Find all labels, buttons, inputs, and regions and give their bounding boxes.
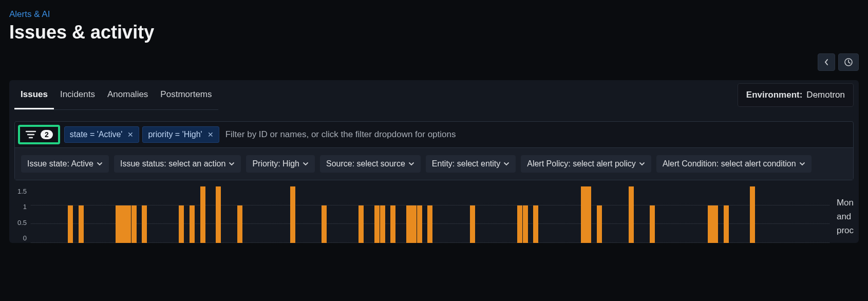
chart-bar xyxy=(200,186,205,243)
chart-bar xyxy=(586,186,591,243)
y-tick-label: 0.5 xyxy=(14,219,27,227)
environment-selector[interactable]: Environment: Demotron xyxy=(738,83,854,107)
chevron-down-icon xyxy=(303,162,309,166)
chart-bar xyxy=(411,205,417,243)
chart-bar xyxy=(406,205,411,243)
y-tick-label: 1.5 xyxy=(14,187,27,195)
chart-bar xyxy=(68,205,73,243)
filter-selector-label: Issue status: select an action xyxy=(120,159,225,168)
chart-bar xyxy=(380,205,385,243)
chart-bar xyxy=(179,205,184,243)
page-title: Issues & activity xyxy=(9,22,859,43)
side-text-line: and xyxy=(837,210,854,223)
chart-bar xyxy=(581,186,586,243)
filter-count-badge: 2 xyxy=(41,130,53,139)
chart-bar xyxy=(126,205,131,243)
side-text-line: Mon xyxy=(837,196,854,210)
y-tick-label: 0 xyxy=(14,234,27,242)
side-text-line: proc xyxy=(837,223,854,237)
chart-bar xyxy=(427,205,432,243)
chart-bar xyxy=(629,186,634,243)
chart-bar xyxy=(374,205,380,243)
chart-bar xyxy=(131,205,137,243)
environment-value: Demotron xyxy=(806,90,845,100)
chart-bar xyxy=(322,205,327,243)
top-toolbar xyxy=(9,53,859,71)
filter-selector-label: Alert Condition: select alert condition xyxy=(663,159,796,168)
chart-bar xyxy=(390,205,395,243)
chart-bar xyxy=(358,205,364,243)
chart-y-axis: 1.510.50 xyxy=(14,186,31,243)
chart-bar xyxy=(142,205,147,243)
chart-bar xyxy=(523,205,528,243)
tabs: IssuesIncidentsAnomaliesPostmortems xyxy=(14,80,218,110)
filter-dropdown: Issue state: ActiveIssue status: select … xyxy=(15,147,853,180)
filter-selector[interactable]: Entity: select entity xyxy=(426,155,516,173)
chart-bar xyxy=(290,186,295,243)
filter-dropdown-trigger[interactable]: 2 xyxy=(18,125,60,144)
issues-chart[interactable] xyxy=(31,186,829,243)
filter-chip-label: state = 'Active' xyxy=(70,130,123,139)
chevron-down-icon xyxy=(503,162,510,166)
chart-bar xyxy=(724,205,729,243)
chart-bar xyxy=(417,205,422,243)
chart-bar xyxy=(237,205,242,243)
chevron-down-icon xyxy=(639,162,645,166)
chevron-down-icon xyxy=(229,162,235,166)
filter-chip-label: priority = 'High' xyxy=(148,130,202,139)
side-help-text: Monandproc xyxy=(829,186,854,243)
chart-bar xyxy=(708,205,713,243)
filter-selector-label: Entity: select entity xyxy=(432,159,500,168)
clock-icon xyxy=(844,58,853,67)
close-icon[interactable]: ✕ xyxy=(207,130,214,139)
main-panel: IssuesIncidentsAnomaliesPostmortems Envi… xyxy=(9,80,859,243)
chevron-down-icon xyxy=(799,162,805,166)
y-tick-label: 1 xyxy=(14,203,27,211)
filter-selector-label: Issue state: Active xyxy=(27,159,93,168)
chart-bar xyxy=(517,205,522,243)
close-icon[interactable]: ✕ xyxy=(127,130,134,139)
chart-bar xyxy=(121,205,126,243)
chart-bar xyxy=(533,205,538,243)
chevron-left-icon xyxy=(824,59,829,66)
tab-postmortems[interactable]: Postmortems xyxy=(154,80,218,109)
filter-selector-label: Priority: High xyxy=(252,159,299,168)
chevron-down-icon xyxy=(97,162,103,166)
chart-bar xyxy=(597,205,602,243)
time-picker-button[interactable] xyxy=(838,53,859,71)
chart-bar xyxy=(713,205,718,243)
breadcrumb-link[interactable]: Alerts & AI xyxy=(9,9,859,20)
chart-bar xyxy=(750,186,755,243)
filter-icon xyxy=(25,130,36,139)
filter-selector[interactable]: Priority: High xyxy=(246,155,315,173)
filter-selector[interactable]: Issue status: select an action xyxy=(114,155,241,173)
filter-selector[interactable]: Alert Condition: select alert condition xyxy=(656,155,812,173)
chart-bar xyxy=(470,205,475,243)
filter-selector-label: Alert Policy: select alert policy xyxy=(527,159,636,168)
filter-input[interactable] xyxy=(223,126,850,143)
filter-selector[interactable]: Source: select source xyxy=(320,155,421,173)
tab-issues[interactable]: Issues xyxy=(14,80,54,109)
chart-bar xyxy=(216,186,221,243)
filter-selector[interactable]: Alert Policy: select alert policy xyxy=(521,155,651,173)
chevron-down-icon xyxy=(408,162,414,166)
tab-incidents[interactable]: Incidents xyxy=(54,80,101,109)
chart-bar xyxy=(79,205,84,243)
tab-anomalies[interactable]: Anomalies xyxy=(101,80,154,109)
filter-chip[interactable]: priority = 'High'✕ xyxy=(142,126,219,143)
filter-selector[interactable]: Issue state: Active xyxy=(21,155,109,173)
filter-chip[interactable]: state = 'Active'✕ xyxy=(64,126,140,143)
filter-selector-label: Source: select source xyxy=(326,159,405,168)
environment-label: Environment: xyxy=(746,90,803,100)
chart-bar xyxy=(116,205,121,243)
filter-region: 2 state = 'Active'✕priority = 'High'✕ Is… xyxy=(14,121,854,180)
filter-bar: 2 state = 'Active'✕priority = 'High'✕ xyxy=(15,122,853,147)
chart-bar xyxy=(190,205,195,243)
chart-bar xyxy=(650,205,655,243)
prev-time-button[interactable] xyxy=(818,53,835,71)
